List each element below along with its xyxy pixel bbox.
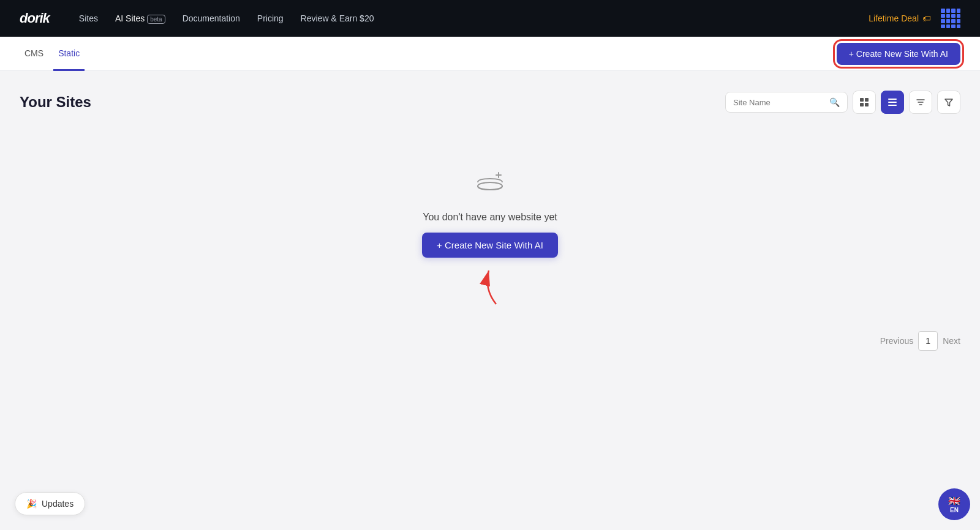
language-button[interactable]: 🇬🇧 EN	[938, 488, 970, 520]
annotation-arrow	[466, 264, 514, 307]
page-header: Your Sites 🔍	[20, 91, 960, 114]
search-input[interactable]	[733, 98, 824, 107]
list-view-button[interactable]	[881, 91, 904, 114]
updates-emoji: 🎉	[26, 499, 37, 509]
create-new-site-button-center[interactable]: + Create New Site With AI	[422, 233, 558, 258]
search-filter-row: 🔍	[725, 91, 960, 114]
updates-button[interactable]: 🎉 Updates	[15, 492, 85, 515]
language-code: EN	[950, 507, 959, 513]
tab-static[interactable]: Static	[53, 37, 85, 71]
nav-links: Sites AI Sitesbeta Documentation Pricing…	[79, 13, 850, 23]
gift-icon: 🏷	[922, 13, 931, 23]
nav-right: Lifetime Deal 🏷	[869, 9, 960, 28]
sort-button[interactable]	[909, 91, 932, 114]
tab-cms[interactable]: CMS	[20, 37, 48, 71]
nav-documentation[interactable]: Documentation	[183, 13, 240, 23]
pagination-next[interactable]: Next	[943, 336, 960, 346]
empty-icon	[470, 163, 510, 202]
updates-label: Updates	[42, 499, 74, 509]
empty-message: You don't have any website yet	[423, 212, 557, 223]
svg-rect-2	[860, 103, 864, 106]
svg-rect-1	[865, 98, 869, 102]
nav-sites[interactable]: Sites	[79, 13, 98, 23]
filter-button[interactable]	[937, 91, 960, 114]
pagination-current-page[interactable]: 1	[918, 331, 938, 351]
svg-rect-4	[888, 99, 897, 100]
lifetime-deal-link[interactable]: Lifetime Deal 🏷	[869, 13, 931, 23]
search-icon: 🔍	[829, 97, 840, 107]
main-content: Your Sites 🔍	[0, 71, 980, 351]
navbar: dorik Sites AI Sitesbeta Documentation P…	[0, 0, 980, 37]
empty-state: You don't have any website yet + Create …	[20, 163, 960, 258]
nav-review[interactable]: Review & Earn $20	[301, 13, 374, 23]
svg-rect-5	[888, 102, 897, 103]
nav-pricing[interactable]: Pricing	[257, 13, 284, 23]
app-grid-icon[interactable]	[941, 9, 960, 28]
pagination-previous[interactable]: Previous	[880, 336, 913, 346]
page-title: Your Sites	[20, 94, 91, 111]
pagination: Previous 1 Next	[20, 331, 960, 351]
create-new-site-button-header[interactable]: + Create New Site With AI	[837, 43, 960, 65]
beta-badge: beta	[147, 15, 165, 24]
tabs: CMS Static	[20, 37, 85, 70]
grid-view-button[interactable]	[853, 91, 876, 114]
svg-rect-0	[860, 98, 864, 102]
flag-icon: 🇬🇧	[948, 495, 960, 507]
logo[interactable]: dorik	[20, 10, 50, 26]
nav-ai-sites[interactable]: AI Sitesbeta	[115, 13, 165, 23]
search-box[interactable]: 🔍	[725, 92, 848, 113]
svg-rect-6	[888, 105, 897, 106]
svg-rect-3	[865, 103, 869, 106]
tabs-bar: CMS Static + Create New Site With AI	[0, 37, 980, 71]
